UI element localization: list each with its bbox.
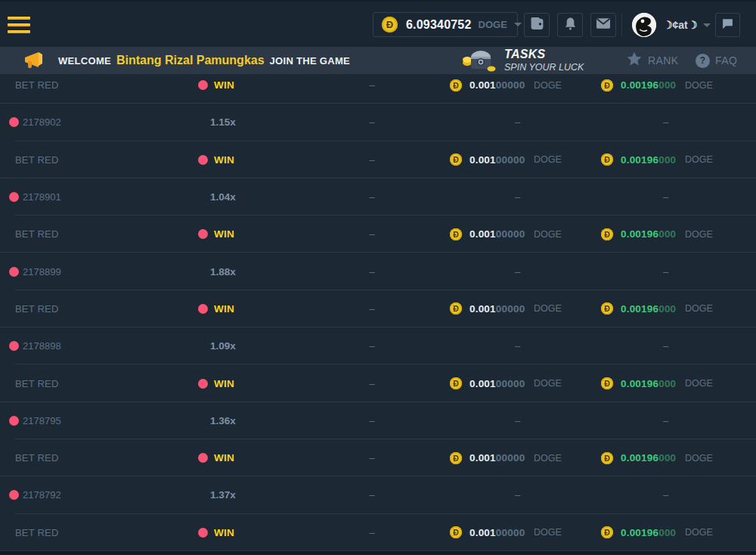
bet-id: 2178899	[23, 266, 61, 278]
bet-id-row[interactable]: 2178792 1.37x – – –	[0, 476, 756, 513]
currency-label: DOGE	[534, 229, 562, 240]
bet-id: 2178901	[23, 191, 61, 203]
bet-id: 2178898	[23, 340, 61, 352]
empty-value: –	[515, 266, 520, 278]
bet-amount: 0.00100000	[469, 79, 531, 91]
currency-label: DOGE	[534, 303, 562, 314]
bet-result-row[interactable]: BET RED WIN – Ð 0.00100000 DOGE Ð 0.0019…	[0, 290, 756, 327]
doge-coin-icon: Ð	[601, 526, 613, 538]
empty-value: –	[369, 303, 374, 315]
doge-coin-icon: Ð	[450, 153, 462, 166]
result-label: WIN	[214, 527, 234, 538]
currency-label: DOGE	[534, 453, 562, 464]
bet-history-table: BET RED WIN – Ð 0.00100000 DOGE Ð 0.0019…	[0, 74, 756, 551]
empty-value: –	[663, 266, 668, 278]
tasks-title: TASKS	[504, 48, 584, 60]
tasks-link[interactable]: TASKS SPIN YOUR LUCK	[461, 47, 584, 74]
empty-value: –	[515, 191, 520, 203]
empty-value: –	[663, 415, 668, 426]
doge-coin-icon: Ð	[601, 302, 613, 315]
welcome-player-name: Bintang Rizal Pamungkas	[116, 54, 265, 67]
currency-label: DOGE	[534, 80, 562, 91]
empty-value: –	[369, 116, 374, 128]
result-label: WIN	[214, 452, 234, 464]
chat-toggle-button[interactable]	[715, 13, 740, 37]
currency-label: DOGE	[534, 527, 562, 538]
currency-label: DOGE	[685, 229, 713, 240]
profit-amount: 0.00196000	[621, 154, 682, 166]
bet-result-row[interactable]: BET RED WIN – Ð 0.00100000 DOGE Ð 0.0019…	[0, 514, 756, 551]
empty-value: –	[369, 340, 374, 352]
red-dot-icon	[9, 117, 19, 127]
doge-coin-icon: Ð	[601, 228, 613, 240]
empty-value: –	[369, 266, 374, 278]
currency-label: DOGE	[534, 154, 562, 165]
treasure-chest-icon	[461, 46, 499, 75]
currency-label: DOGE	[685, 154, 713, 165]
bet-amount: 0.00100000	[469, 378, 531, 389]
empty-value: –	[515, 415, 520, 426]
red-dot-icon	[9, 341, 19, 351]
bet-result-row[interactable]: BET RED WIN – Ð 0.00100000 DOGE Ð 0.0019…	[0, 364, 756, 402]
currency-label: DOGE	[534, 378, 562, 389]
red-dot-icon	[198, 155, 208, 165]
faq-link[interactable]: ? FAQ	[696, 47, 737, 74]
bet-id-row[interactable]: 2178899 1.88x – – –	[0, 253, 756, 290]
user-menu[interactable]: ☽¢at☽	[632, 2, 711, 48]
result-label: WIN	[214, 154, 234, 166]
welcome-suffix: JOIN THE GAME	[270, 55, 350, 67]
hamburger-menu-icon[interactable]	[8, 17, 30, 37]
empty-value: –	[515, 116, 520, 128]
notifications-button[interactable]	[557, 13, 583, 37]
currency-label: DOGE	[685, 527, 713, 538]
bet-multiplier: 1.36x	[210, 415, 236, 426]
empty-value: –	[369, 527, 374, 538]
rank-link[interactable]: RANK	[626, 47, 679, 74]
bet-multiplier: 1.37x	[210, 489, 236, 501]
doge-coin-icon: Ð	[450, 526, 462, 538]
bet-type-label: BET RED	[15, 378, 59, 389]
bet-multiplier: 1.88x	[210, 266, 236, 278]
doge-coin-icon: Ð	[450, 377, 462, 389]
bet-result-row[interactable]: BET RED WIN – Ð 0.00100000 DOGE Ð 0.0019…	[0, 74, 756, 104]
empty-value: –	[663, 340, 668, 352]
empty-value: –	[369, 79, 374, 91]
red-dot-icon	[198, 229, 208, 239]
bet-multiplier: 1.09x	[210, 340, 236, 352]
empty-value: –	[515, 489, 520, 501]
red-dot-icon	[9, 490, 19, 500]
profit-amount: 0.00196000	[621, 527, 682, 538]
bet-type-label: BET RED	[15, 154, 59, 166]
currency-label: DOGE	[685, 378, 713, 389]
red-dot-icon	[198, 453, 208, 463]
chevron-down-icon	[514, 23, 522, 26]
wallet-button[interactable]	[524, 13, 550, 37]
bet-id-row[interactable]: 2178795 1.36x – – –	[0, 402, 756, 439]
bell-icon	[564, 17, 577, 33]
bet-amount: 0.00100000	[469, 303, 531, 315]
profit-amount: 0.00196000	[621, 303, 682, 315]
profit-amount: 0.00196000	[621, 452, 682, 464]
red-dot-icon	[9, 267, 19, 277]
bet-id-row[interactable]: 2178902 1.15x – – –	[0, 104, 756, 141]
result-label: WIN	[214, 378, 234, 389]
bottom-strip	[0, 551, 756, 555]
bet-result-row[interactable]: BET RED WIN – Ð 0.00100000 DOGE Ð 0.0019…	[0, 439, 756, 476]
top-navigation-bar: Ð 6.09340752 DOGE ☽¢at☽	[0, 0, 756, 47]
bet-type-label: BET RED	[15, 452, 59, 464]
bet-type-label: BET RED	[15, 303, 59, 315]
empty-value: –	[369, 191, 374, 203]
balance-selector[interactable]: Ð 6.09340752 DOGE	[373, 12, 518, 37]
result-label: WIN	[214, 228, 234, 240]
user-avatar	[632, 13, 656, 37]
messages-button[interactable]	[590, 13, 616, 37]
announcement-bar: WELCOME Bintang Rizal Pamungkas JOIN THE…	[0, 47, 756, 74]
bet-id-row[interactable]: 2178901 1.04x – – –	[0, 178, 756, 215]
bet-result-row[interactable]: BET RED WIN – Ð 0.00100000 DOGE Ð 0.0019…	[0, 141, 756, 178]
welcome-prefix: WELCOME	[58, 55, 111, 67]
empty-value: –	[515, 340, 520, 352]
bet-id-row[interactable]: 2178898 1.09x – – –	[0, 327, 756, 364]
doge-coin-icon: Ð	[382, 17, 398, 33]
profit-amount: 0.00196000	[621, 79, 682, 91]
bet-result-row[interactable]: BET RED WIN – Ð 0.00100000 DOGE Ð 0.0019…	[0, 215, 756, 253]
